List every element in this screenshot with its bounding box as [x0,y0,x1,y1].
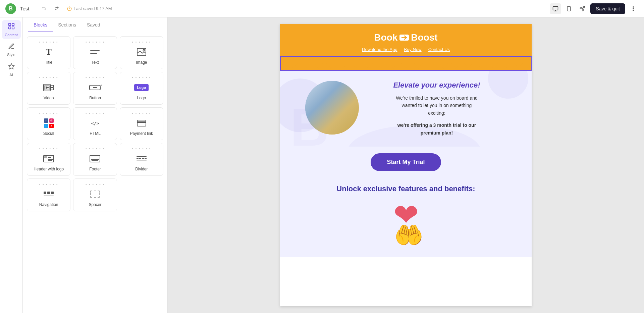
video-block-label: Video [44,96,54,100]
svg-point-8 [633,6,634,7]
title-block-icon: T [46,47,51,57]
brand-logo-arrow [399,35,409,41]
hand-emoji: 🤲 [394,223,423,247]
block-image[interactable]: • • • • • • Image [120,36,163,69]
block-header-logo[interactable]: • • • • • • Header with logo [27,143,70,176]
block-button[interactable]: • • • • • • ↗ Button [73,72,117,105]
navigation-block-label: Navigation [39,202,58,207]
desktop-view-button[interactable] [550,3,561,14]
email-header-block[interactable]: Book Boost Download the App Buy Now Cont… [280,24,532,71]
payment-block-label: Payment link [130,131,153,136]
drag-handle: • • • • • • [132,76,151,80]
nav-link-download[interactable]: Download the App [362,47,397,52]
block-social[interactable]: • • • • • • f ◎ t ▶ Social [27,107,70,140]
block-title[interactable]: • • • • • • T Title [27,36,70,69]
email-headline: Elevate your experience! [367,81,506,90]
email-cta-section: Start My Trial [280,147,532,181]
block-video[interactable]: • • • • • • Video [27,72,70,105]
svg-rect-36 [44,195,54,196]
email-bold-line1: we're offering a 3 month trial to our [397,122,476,128]
drag-handle: • • • • • • [86,76,105,80]
email-body-line1: We're thrilled to have you on board and [396,95,478,101]
email-canvas: Book Boost Download the App Buy Now Cont… [280,24,532,306]
sidebar-item-style-label: Style [7,53,15,57]
html-block-label: HTML [90,131,101,136]
title-block-label: Title [45,60,52,65]
svg-point-9 [633,8,634,9]
email-header-nav: Download the App Buy Now Contact Us [287,47,525,52]
block-navigation[interactable]: • • • • • • Navigation [27,178,70,211]
text-block-label: Text [91,60,99,65]
block-spacer[interactable]: • • • • • • Spacer [73,178,117,211]
start-trial-button[interactable]: Start My Trial [371,153,441,171]
heart-illustration: ❤ 🤲 [384,200,428,247]
nav-link-buy[interactable]: Buy Now [404,47,422,52]
payment-block-icon [137,118,146,128]
nav-link-contact[interactable]: Contact Us [428,47,450,52]
svg-rect-22 [51,88,54,90]
app-logo: B [5,3,16,14]
blocks-panel: Blocks Sections Saved • • • • • • T Titl… [23,17,168,313]
brand-logo: Book Boost [287,32,525,43]
undo-button[interactable] [39,3,50,14]
autosave-indicator: Last saved 9:17 AM [67,6,112,11]
block-html[interactable]: • • • • • • </> HTML [73,107,117,140]
canvas-area: Book Boost Download the App Buy Now Cont… [168,17,644,313]
email-body-line3: exciting: [428,110,445,116]
content-icon [8,22,15,32]
drag-handle: • • • • • • [39,112,58,115]
logo-block-icon: Logo [134,82,149,93]
svg-rect-34 [47,192,50,194]
block-divider[interactable]: • • • • • • Divider [120,143,163,176]
svg-rect-12 [12,23,14,25]
brand-name-part1: Book [374,32,397,43]
more-options-button[interactable] [628,3,639,14]
svg-rect-24 [137,121,146,123]
logo-block-label: Logo [137,96,146,100]
sidebar-item-ai-label: AI [9,73,13,77]
drag-handle: • • • • • • [86,112,105,115]
svg-rect-4 [568,6,571,11]
selected-scallop-row [280,56,532,71]
topbar: B Test Last saved 9:17 AM Save & quit [0,0,644,17]
tab-sections[interactable]: Sections [53,17,82,32]
blocks-tabs: Blocks Sections Saved [23,17,167,32]
sidebar-item-ai[interactable]: AI [2,60,21,79]
sidebar-item-content-label: Content [5,33,18,37]
drag-handle: • • • • • • [132,147,151,151]
drag-handle: • • • • • • [86,183,105,186]
header-logo-block-icon [43,153,54,164]
sidebar-item-style[interactable]: Style [2,40,21,59]
sidebar-item-content[interactable]: Content [2,20,21,39]
block-logo[interactable]: • • • • • • Logo Logo [120,72,163,105]
drag-handle: • • • • • • [86,147,105,151]
email-hero-image [305,81,359,135]
tab-blocks[interactable]: Blocks [28,17,53,32]
email-body-paragraph: We're thrilled to have you on board and … [367,94,506,117]
navigation-block-icon [43,189,54,200]
divider-block-icon [137,153,147,164]
block-footer[interactable]: • • • • • • Footer [73,143,117,176]
send-preview-button[interactable] [577,3,588,14]
divider-block-label: Divider [135,167,148,171]
image-block-icon [137,47,146,57]
drag-handle: • • • • • • [39,183,58,186]
footer-block-label: Footer [89,167,101,171]
blocks-grid: • • • • • • T Title • • • • • • Text [23,32,167,215]
block-payment[interactable]: • • • • • • Payment link [120,107,163,140]
block-text[interactable]: • • • • • • Text [73,36,117,69]
save-quit-button[interactable]: Save & quit [590,3,625,14]
drag-handle: • • • • • • [132,41,151,44]
main-layout: Content Style AI Blocks Sections Saved •… [0,17,644,313]
tab-saved[interactable]: Saved [82,17,106,32]
svg-rect-11 [8,23,10,25]
spacer-block-label: Spacer [89,202,101,207]
email-features-title: Unlock exclusive features and benefits: [287,185,525,193]
app-logo-letter: B [9,6,13,12]
svg-rect-21 [51,85,54,87]
mobile-view-button[interactable] [564,3,574,14]
drag-handle: • • • • • • [86,41,105,44]
redo-button[interactable] [51,3,62,14]
video-block-icon [43,82,54,93]
email-body-content: Elevate your experience! We're thrilled … [287,81,525,137]
